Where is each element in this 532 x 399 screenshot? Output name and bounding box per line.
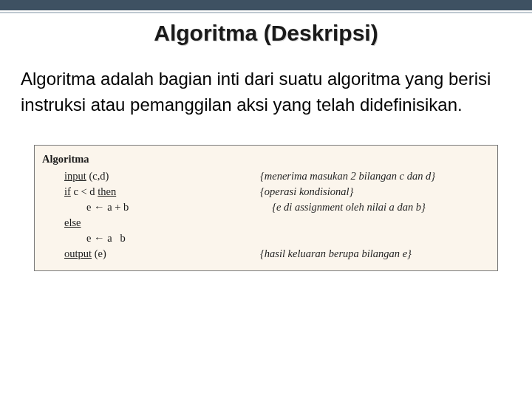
code-line: e ← a b bbox=[42, 232, 490, 245]
slide-title: Algoritma (Deskripsi) bbox=[0, 21, 532, 46]
code-line: output (e) {hasil keluaran berupa bilang… bbox=[42, 248, 490, 260]
algorithm-code-box: Algoritma input (c,d) {menerima masukan … bbox=[34, 145, 498, 271]
code-header: Algoritma bbox=[42, 153, 490, 166]
code-line: input (c,d) {menerima masukan 2 bilangan… bbox=[42, 170, 490, 183]
code-line: if c < d then {operasi kondisional} bbox=[42, 185, 490, 198]
accent-bar-dark bbox=[0, 0, 532, 10]
accent-bar-line bbox=[0, 12, 532, 13]
code-line: else bbox=[42, 216, 490, 229]
slide-paragraph: Algoritma adalah bagian inti dari suatu … bbox=[0, 66, 532, 118]
code-line: e ← a + b {e di assignment oleh nilai a … bbox=[42, 201, 490, 214]
